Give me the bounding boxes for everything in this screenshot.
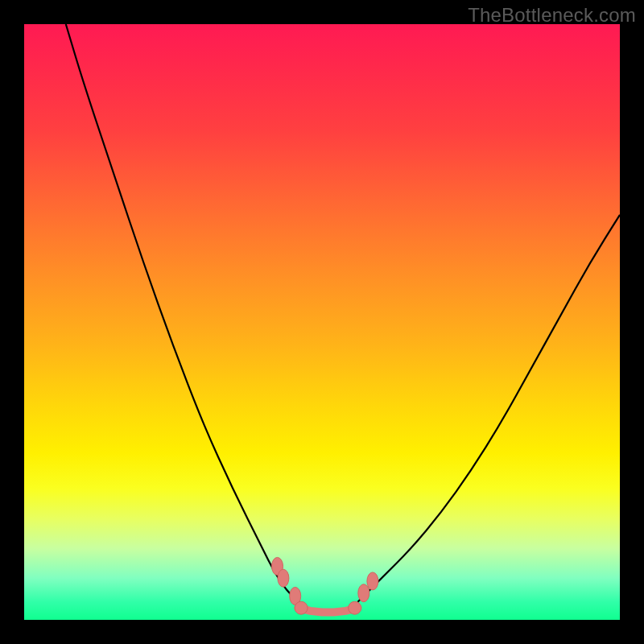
scatter-dots bbox=[272, 557, 378, 614]
left-curve-line bbox=[66, 24, 299, 602]
data-point-dot bbox=[367, 572, 378, 590]
chart-svg bbox=[24, 24, 620, 620]
data-point-dot bbox=[349, 601, 361, 614]
watermark-text: TheBottleneck.com bbox=[468, 4, 636, 27]
data-point-dot bbox=[295, 601, 308, 614]
right-curve-line bbox=[357, 215, 620, 602]
data-point-dot bbox=[358, 584, 369, 602]
data-point-dot bbox=[278, 569, 289, 587]
chart-frame: TheBottleneck.com bbox=[0, 0, 644, 644]
plot-area bbox=[24, 24, 620, 620]
